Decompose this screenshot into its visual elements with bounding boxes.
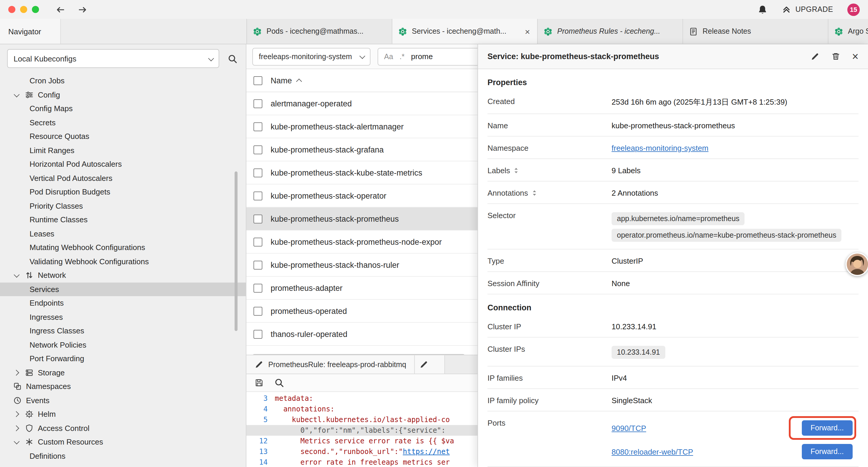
drawer-row-label: Created bbox=[488, 96, 612, 106]
regex-toggle[interactable]: .* bbox=[400, 52, 405, 61]
sidebar-item-leases[interactable]: Leases bbox=[0, 227, 246, 241]
tab-prometheus-rules-icecheng[interactable]: Prometheus Rules - icecheng... bbox=[538, 19, 683, 44]
sidebar-item-network[interactable]: Network bbox=[0, 268, 246, 282]
name-column-header[interactable]: Name bbox=[271, 76, 292, 85]
sort-ascending-icon bbox=[296, 78, 302, 84]
drawer-label-text: Annotations bbox=[488, 188, 528, 198]
zoom-window-button[interactable] bbox=[32, 6, 39, 13]
user-avatar[interactable] bbox=[845, 253, 868, 276]
sidebar-item-definitions[interactable]: Definitions bbox=[0, 449, 246, 463]
sidebar-item-secrets[interactable]: Secrets bbox=[0, 116, 246, 129]
sidebar-scrollbar[interactable] bbox=[235, 171, 238, 331]
drawer-row-value: 9090/TCPForward...8080:reloader-web/TCPF… bbox=[612, 417, 859, 461]
sidebar-item-storage[interactable]: Storage bbox=[0, 366, 246, 380]
row-checkbox[interactable] bbox=[253, 191, 262, 200]
close-drawer-button[interactable]: × bbox=[852, 51, 859, 62]
drawer-row-value: 10.233.14.91 bbox=[612, 344, 859, 360]
drawer-row-label: Selector bbox=[488, 210, 612, 220]
avatar-image bbox=[847, 254, 868, 275]
sidebar-item-ingresses[interactable]: Ingresses bbox=[0, 310, 246, 324]
delete-button[interactable] bbox=[831, 52, 840, 61]
notification-badge[interactable]: 15 bbox=[847, 3, 860, 16]
kubeconfig-select-value: Local Kubeconfigs bbox=[13, 54, 76, 63]
row-checkbox[interactable] bbox=[253, 237, 262, 246]
sidebar-item-config-maps[interactable]: Config Maps bbox=[0, 102, 246, 116]
forward-button[interactable]: Forward... bbox=[802, 420, 852, 436]
sidebar-item-ingress-classes[interactable]: Ingress Classes bbox=[0, 324, 246, 338]
select-all-checkbox[interactable] bbox=[253, 76, 262, 85]
row-checkbox[interactable] bbox=[253, 99, 262, 108]
sidebar-item-custom-resources[interactable]: Custom Resources bbox=[0, 435, 246, 449]
tab-argo-se[interactable]: Argo Se bbox=[829, 19, 868, 44]
sidebar-controls: Local Kubeconfigs bbox=[0, 44, 246, 73]
namespace-link[interactable]: freeleaps-monitoring-system bbox=[612, 144, 709, 152]
port-forward-link[interactable]: 9090/TCP bbox=[612, 424, 646, 432]
match-case-toggle[interactable]: Aa bbox=[384, 52, 393, 61]
chevron-down-icon bbox=[208, 55, 214, 61]
sidebar-item-vertical-pod-autoscalers[interactable]: Vertical Pod Autoscalers bbox=[0, 171, 246, 185]
row-checkbox[interactable] bbox=[253, 307, 262, 315]
row-checkbox[interactable] bbox=[253, 168, 262, 177]
tab-strip-tabs: Pods - icecheng@mathmas...Services - ice… bbox=[247, 19, 868, 44]
sidebar-item-endpoints[interactable]: Endpoints bbox=[0, 296, 246, 310]
sidebar-item-mutating-webhook-configurations[interactable]: Mutating Webhook Configurations bbox=[0, 241, 246, 255]
sidebar-item-config[interactable]: Config bbox=[0, 88, 246, 102]
minimize-window-button[interactable] bbox=[20, 6, 27, 13]
sidebar-item-events[interactable]: Events bbox=[0, 393, 246, 407]
row-checkbox[interactable] bbox=[253, 260, 262, 269]
row-checkbox[interactable] bbox=[253, 214, 262, 223]
sort-toggle-icon[interactable] bbox=[531, 190, 537, 196]
service-name: alertmanager-operated bbox=[271, 99, 352, 108]
sidebar-item-runtime-classes[interactable]: Runtime Classes bbox=[0, 213, 246, 227]
close-window-button[interactable] bbox=[8, 6, 16, 13]
upgrade-icon bbox=[782, 5, 791, 14]
sidebar-item-network-policies[interactable]: Network Policies bbox=[0, 338, 246, 352]
drawer-row-selector: Selectorapp.kubernetes.io/name=prometheu… bbox=[488, 204, 859, 250]
navigator-panel-tab[interactable]: Navigator bbox=[0, 19, 61, 44]
tab-release-notes[interactable]: Release Notes bbox=[683, 19, 829, 44]
freelens-logo-icon bbox=[253, 27, 262, 36]
tab-close-icon[interactable]: × bbox=[524, 26, 531, 36]
kubeconfig-select[interactable]: Local Kubeconfigs bbox=[7, 49, 219, 68]
namespace-filter-select[interactable]: freeleaps-monitoring-system bbox=[252, 48, 370, 65]
dock-tab-partial[interactable] bbox=[415, 355, 445, 374]
notifications-bell-icon[interactable] bbox=[757, 4, 768, 14]
tab-strip: Navigator Pods - icecheng@mathmas...Serv… bbox=[0, 19, 868, 44]
forward-button[interactable]: Forward... bbox=[802, 444, 852, 459]
upgrade-button[interactable]: UPGRADE bbox=[782, 5, 833, 14]
sidebar-item-limit-ranges[interactable]: Limit Ranges bbox=[0, 143, 246, 157]
sidebar-item-port-forwarding[interactable]: Port Forwarding bbox=[0, 352, 246, 366]
sidebar-item-cron-jobs[interactable]: Cron Jobs bbox=[0, 74, 246, 88]
line-number: 12 bbox=[246, 436, 275, 446]
row-checkbox[interactable] bbox=[253, 122, 262, 131]
sidebar-item-access-control[interactable]: Access Control bbox=[0, 421, 246, 435]
sidebar-item-namespaces[interactable]: Namespaces bbox=[0, 380, 246, 393]
port-forward-link[interactable]: 8080:reloader-web/TCP bbox=[612, 447, 693, 456]
sidebar-item-validating-webhook-configurations[interactable]: Validating Webhook Configurations bbox=[0, 255, 246, 268]
sidebar-item-pod-disruption-budgets[interactable]: Pod Disruption Budgets bbox=[0, 185, 246, 199]
sidebar-item-resource-quotas[interactable]: Resource Quotas bbox=[0, 129, 246, 143]
sidebar-search-button[interactable] bbox=[227, 54, 238, 63]
row-checkbox[interactable] bbox=[253, 145, 262, 154]
sort-toggle-icon[interactable] bbox=[514, 167, 519, 174]
forward-button[interactable] bbox=[78, 4, 88, 14]
dock-tab-prometheusrule-freeleaps-prod-rabbitmq[interactable]: PrometheusRule: freeleaps-prod-rabbitmq bbox=[246, 355, 415, 374]
sidebar-item-helm[interactable]: Helm bbox=[0, 407, 246, 421]
sidebar-item-label: Resource Quotas bbox=[30, 132, 89, 141]
sidebar-item-label: Ingress Classes bbox=[30, 327, 84, 335]
tab-pods-icecheng-mathmas[interactable]: Pods - icecheng@mathmas... bbox=[247, 19, 392, 44]
back-button[interactable] bbox=[56, 4, 66, 14]
code-text: 0","for":"nm","labels":{"service": bbox=[275, 425, 445, 436]
tab-services-icecheng-math[interactable]: Services - icecheng@math...× bbox=[392, 19, 538, 44]
row-checkbox[interactable] bbox=[253, 329, 262, 339]
drawer-label-text: Name bbox=[488, 121, 508, 130]
edit-button[interactable] bbox=[811, 52, 819, 61]
drawer-row-name: Namekube-prometheus-stack-prometheus bbox=[488, 114, 859, 137]
sidebar-item-horizontal-pod-autoscalers[interactable]: Horizontal Pod Autoscalers bbox=[0, 157, 246, 171]
code-text: error rate in freeleaps metrics ser bbox=[275, 457, 450, 467]
sidebar-item-priority-classes[interactable]: Priority Classes bbox=[0, 199, 246, 213]
sidebar-item-services[interactable]: Services bbox=[0, 282, 246, 296]
editor-search-button[interactable] bbox=[274, 378, 284, 388]
row-checkbox[interactable] bbox=[253, 284, 262, 292]
save-button[interactable] bbox=[255, 378, 264, 387]
